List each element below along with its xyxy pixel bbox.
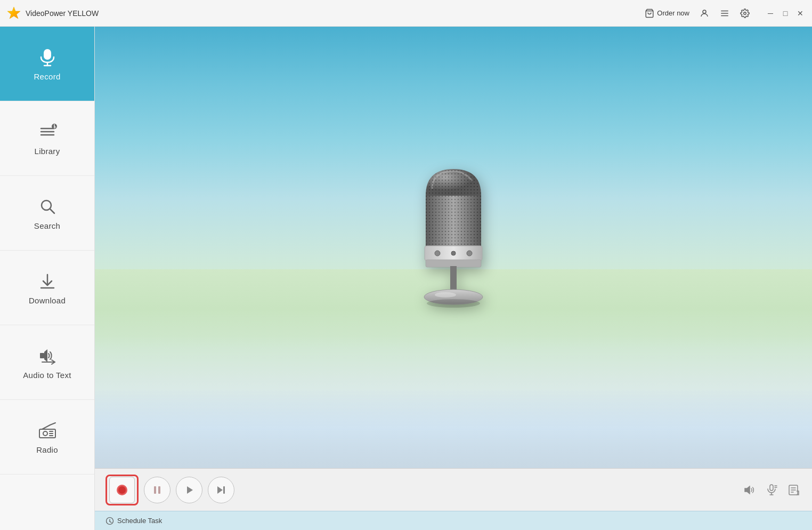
volume-icon xyxy=(743,484,756,496)
sidebar-item-record-label: Record xyxy=(34,72,60,81)
sidebar-item-download-label: Download xyxy=(29,296,66,305)
svg-point-46 xyxy=(118,486,126,494)
sidebar-item-record[interactable]: Record xyxy=(0,27,94,101)
svg-line-64 xyxy=(110,521,111,523)
svg-line-28 xyxy=(50,423,55,425)
cart-icon xyxy=(645,9,654,18)
maximize-button[interactable]: □ xyxy=(780,8,791,19)
svg-rect-7 xyxy=(44,49,51,60)
svg-line-17 xyxy=(50,209,54,213)
svg-rect-51 xyxy=(223,486,225,494)
clock-icon xyxy=(105,517,114,525)
svg-rect-47 xyxy=(154,486,156,494)
sidebar-item-audio-to-text-label: Audio to Text xyxy=(23,371,71,380)
record-dot-icon xyxy=(115,483,129,497)
svg-point-38 xyxy=(467,251,472,256)
sidebar-item-library-label: Library xyxy=(35,147,60,156)
svg-point-43 xyxy=(427,299,480,308)
record-button[interactable] xyxy=(109,477,135,503)
svg-rect-20 xyxy=(40,353,44,358)
app-title: VideoPower YELLOW xyxy=(26,9,99,18)
user-icon[interactable] xyxy=(699,8,710,19)
svg-point-23 xyxy=(43,431,47,436)
close-button[interactable]: ✕ xyxy=(795,8,806,19)
list-icon[interactable] xyxy=(719,8,730,19)
order-now-label: Order now xyxy=(657,9,689,17)
titlebar-right: Order now ─ □ ✕ xyxy=(645,8,806,19)
record-button-wrapper xyxy=(105,475,139,505)
search-icon xyxy=(37,196,58,217)
content-area: Schedule Task xyxy=(95,27,812,530)
sidebar-item-search[interactable]: Search xyxy=(0,176,94,251)
svg-marker-52 xyxy=(745,486,750,494)
sidebar-item-library[interactable]: Library xyxy=(0,101,94,176)
sidebar: Record Library Search xyxy=(0,27,95,530)
minimize-button[interactable]: ─ xyxy=(765,8,776,19)
next-icon xyxy=(215,484,227,496)
audio-to-text-icon xyxy=(37,345,58,366)
next-button[interactable] xyxy=(208,477,234,503)
library-icon xyxy=(37,121,58,142)
sidebar-item-radio[interactable]: Radio xyxy=(0,400,94,475)
cloud-area xyxy=(95,336,812,468)
settings-icon[interactable] xyxy=(740,8,750,19)
svg-point-6 xyxy=(744,12,746,14)
sidebar-item-radio-label: Radio xyxy=(36,445,58,454)
svg-point-36 xyxy=(435,251,440,256)
microphone-svg xyxy=(405,159,501,319)
svg-rect-53 xyxy=(770,485,773,491)
svg-marker-50 xyxy=(217,486,223,494)
svg-marker-49 xyxy=(187,486,193,494)
download-icon xyxy=(37,270,58,292)
titlebar: VideoPower YELLOW Order now ─ □ ✕ xyxy=(0,0,812,27)
controls-bar xyxy=(95,468,812,511)
microphone-image xyxy=(405,159,501,319)
svg-rect-48 xyxy=(158,486,160,494)
window-controls: ─ □ ✕ xyxy=(765,8,806,19)
pause-icon xyxy=(151,484,163,496)
svg-point-44 xyxy=(435,292,456,298)
svg-point-2 xyxy=(703,10,706,13)
sidebar-item-search-label: Search xyxy=(34,221,60,230)
volume-button[interactable] xyxy=(742,483,757,497)
app-logo-icon xyxy=(6,6,21,21)
radio-icon xyxy=(37,420,58,441)
schedule-task-label[interactable]: Schedule Task xyxy=(117,517,162,525)
play-button[interactable] xyxy=(176,477,202,503)
background-area xyxy=(95,27,812,468)
pause-button[interactable] xyxy=(144,477,170,503)
svg-line-27 xyxy=(42,425,50,429)
main-layout: Record Library Search xyxy=(0,27,812,530)
play-icon xyxy=(183,484,195,496)
sidebar-item-download[interactable]: Download xyxy=(0,251,94,325)
svg-marker-0 xyxy=(7,7,20,19)
svg-point-37 xyxy=(451,251,456,255)
status-bar: Schedule Task xyxy=(95,511,812,530)
titlebar-left: VideoPower YELLOW xyxy=(6,6,99,21)
mic-settings-button[interactable] xyxy=(764,483,779,497)
export-button[interactable] xyxy=(786,483,801,497)
svg-rect-39 xyxy=(426,260,481,267)
export-icon xyxy=(787,484,800,496)
order-now-button[interactable]: Order now xyxy=(645,9,689,18)
mic-settings-icon xyxy=(765,484,778,496)
controls-right xyxy=(742,483,801,497)
sidebar-item-audio-to-text[interactable]: Audio to Text xyxy=(0,325,94,400)
microphone-icon xyxy=(37,46,58,68)
